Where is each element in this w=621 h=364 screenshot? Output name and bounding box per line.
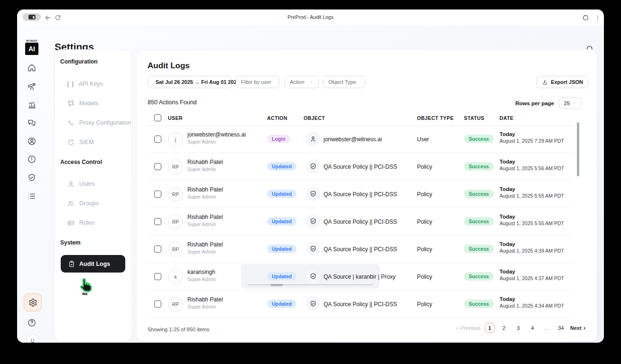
user-name: jonwebster@witness.ai <box>187 131 246 138</box>
table-row[interactable]: ◀◀ RP Rishabh Patel Super Admin Updated … <box>148 181 572 208</box>
table-row[interactable]: ◀◀ RP Rishabh Patel Super Admin Updated … <box>148 208 572 236</box>
avatar: k <box>168 269 183 284</box>
row-checkbox[interactable] <box>154 163 161 170</box>
user-avatar[interactable]: U <box>26 334 39 343</box>
avatar: j <box>168 132 183 147</box>
previous-page-button[interactable]: ‹ Previous <box>456 325 481 331</box>
browser-tab-title: PreProd - Audit Logs <box>17 14 604 20</box>
object-type: Policy <box>417 246 432 253</box>
row-checkbox[interactable] <box>154 218 161 225</box>
object-type: Policy <box>417 218 432 225</box>
table-scrollbar-thumb[interactable] <box>577 122 579 176</box>
clipboard-check-icon <box>68 260 75 268</box>
split-arrow-icon <box>67 119 75 127</box>
pagination-summary: Showing 1-25 of 850 items <box>148 327 209 332</box>
status-badge: Success <box>464 272 494 281</box>
table-row[interactable]: ◀◀ k karansingh Super Admin Updated QA S… <box>148 263 572 291</box>
status-badge: Success <box>464 300 494 308</box>
row-checkbox[interactable] <box>154 300 161 308</box>
chevron-right-icon: › <box>584 325 585 331</box>
activity-list-icon[interactable] <box>25 190 38 203</box>
avatar: RP <box>168 187 183 202</box>
sidebar-item-models[interactable]: Models <box>67 98 98 109</box>
object-type-dropdown[interactable]: Object Type <box>323 76 365 88</box>
alerts-icon[interactable] <box>25 153 38 166</box>
telescope-icon[interactable] <box>25 80 38 93</box>
chevron-down-icon <box>309 80 314 84</box>
user-name: Rishabh Patel <box>187 214 223 220</box>
sidebar-item-api-keys[interactable]: { } API Keys <box>67 79 103 89</box>
date-cell: Today August 1, 2025 5:55 AM PDT <box>500 186 564 199</box>
page-ellipsis: … <box>542 323 552 333</box>
object-name: QA Source | karanbir | Proxy <box>324 273 396 280</box>
object-name: QA Source Policy || PCI-DSS <box>324 164 397 170</box>
sidebar-item-siem[interactable]: SIEM <box>67 137 94 147</box>
action-badge: Updated <box>267 245 297 253</box>
section-label-configuration: Configuration <box>60 58 98 65</box>
extensions-icon[interactable] <box>581 13 590 22</box>
table-row[interactable]: ◀◀ RP Rishabh Patel Super Admin Updated … <box>148 236 572 263</box>
download-icon <box>542 79 548 85</box>
row-checkbox[interactable] <box>154 246 161 253</box>
action-badge: Updated <box>267 272 297 281</box>
object-icon-wrap <box>306 187 320 201</box>
page-button[interactable]: 4 <box>528 323 538 333</box>
sidebar-item-groups[interactable]: Groups <box>67 198 99 209</box>
user-name: karansingh <box>187 269 216 275</box>
results-count: 850 Actions Found <box>148 99 197 106</box>
filter-by-user-dropdown[interactable]: Filter by user <box>236 76 279 88</box>
analytics-icon[interactable] <box>25 98 38 111</box>
rows-per-page-select[interactable]: 25 <box>559 97 582 109</box>
conversations-icon[interactable] <box>25 116 38 129</box>
row-checkbox[interactable] <box>154 191 161 198</box>
column-object-type: OBJECT TYPE <box>417 115 454 121</box>
row-checkbox[interactable] <box>154 273 161 280</box>
home-icon[interactable] <box>25 61 38 74</box>
users-icon <box>67 200 75 208</box>
user-role: Super Admin <box>187 221 223 227</box>
stage: { "browser": { "tab_title": "PreProd - A… <box>0 0 621 364</box>
page-button[interactable]: 3 <box>513 323 523 333</box>
action-dropdown[interactable]: Action <box>285 76 319 88</box>
user-role: Super Admin <box>187 276 216 282</box>
column-action: ACTION <box>267 115 287 121</box>
date-range-button[interactable]: Sat Jul 26 2025 → Fri Aug 01 2025 <box>148 76 232 88</box>
row-checkbox[interactable] <box>154 136 161 143</box>
object-name: QA Source Policy || PCI-DSS <box>324 191 397 198</box>
page-button[interactable]: 2 <box>499 323 509 333</box>
id-badge-icon <box>67 219 75 227</box>
avatar: RP <box>168 214 183 229</box>
shield-check-icon[interactable] <box>25 171 38 184</box>
user-name: Rishabh Patel <box>187 296 223 303</box>
browser-menu-icon[interactable]: ⋮ <box>593 13 602 22</box>
table-row[interactable]: ◀◀ RP Rishabh Patel Super Admin Updated … <box>148 153 572 181</box>
sidebar-item-roles[interactable]: Roles <box>67 218 94 228</box>
shield-check-icon <box>309 273 317 280</box>
status-badge: Success <box>464 245 494 253</box>
help-icon[interactable] <box>25 316 38 329</box>
next-page-button[interactable]: Next › <box>570 325 585 331</box>
table-row[interactable]: ◀◀ RP Rishabh Patel Super Admin Updated … <box>148 291 572 318</box>
user-icon <box>309 135 317 143</box>
sidebar-item-proxy-configuration[interactable]: Proxy Configuration <box>67 118 131 128</box>
app-canvas: WITNESS AI Settings U <box>17 26 604 343</box>
user-circle-icon[interactable] <box>25 135 38 148</box>
settings-gear-button[interactable] <box>24 293 42 311</box>
export-json-button[interactable]: Export JSON <box>537 76 588 88</box>
network-icon <box>67 100 75 108</box>
sidebar-item-users[interactable]: Users <box>67 179 95 189</box>
page-button[interactable]: 1 <box>485 323 495 333</box>
table-rows: ◀◀ j jonwebster@witness.ai Super Admin L… <box>148 126 572 318</box>
browser-window: PreProd - Audit Logs ⋮ WITNESS AI Settin… <box>17 9 604 343</box>
sidebar-item-audit-logs[interactable]: Audit Logs <box>61 255 125 273</box>
table-row[interactable]: ◀◀ j jonwebster@witness.ai Super Admin L… <box>148 126 572 153</box>
object-icon-wrap <box>306 242 320 256</box>
status-badge: Success <box>464 162 494 171</box>
status-badge: Success <box>464 190 494 198</box>
user-role: Super Admin <box>187 304 223 309</box>
page-button[interactable]: 34 <box>556 323 566 333</box>
select-all-checkbox[interactable] <box>154 114 161 121</box>
pagination: ‹ Previous 1234…34 Next › <box>456 323 585 333</box>
date-cell: Today August 1, 2025 7:29 AM PDT <box>500 131 564 144</box>
user-role: Super Admin <box>187 194 223 200</box>
